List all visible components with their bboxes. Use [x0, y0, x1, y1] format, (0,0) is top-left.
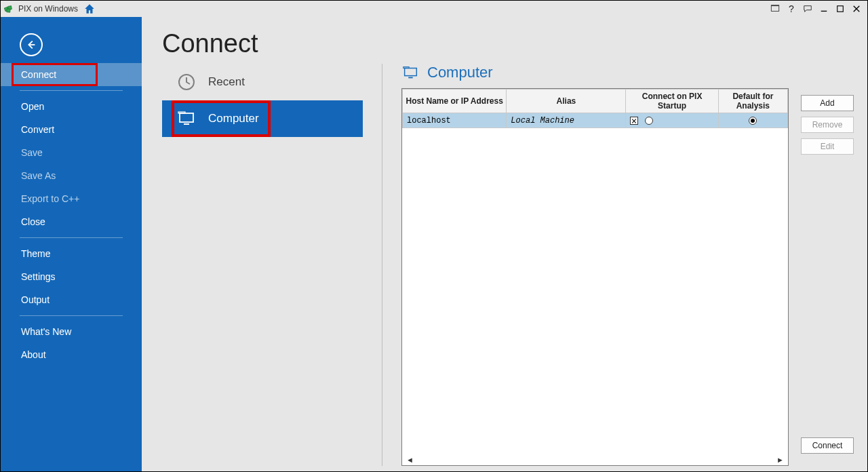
sidebar-item-output[interactable]: Output	[1, 288, 142, 311]
panel-header: Computer	[401, 64, 789, 81]
radio-icon[interactable]	[645, 117, 653, 125]
option-computer[interactable]: Computer	[162, 100, 363, 137]
sidebar-item-close[interactable]: Close	[1, 210, 142, 233]
remove-button: Remove	[801, 117, 854, 133]
svg-rect-11	[178, 112, 185, 113]
home-icon[interactable]	[83, 3, 96, 15]
sidebar-item-theme[interactable]: Theme	[1, 242, 142, 265]
cell-default	[718, 113, 787, 128]
col-alias[interactable]: Alias	[507, 90, 626, 113]
page-title: Connect	[162, 29, 854, 58]
maximize-icon[interactable]	[834, 3, 846, 15]
sidebar-item-label: Export to C++	[21, 193, 79, 204]
table-row[interactable]: localhost Local Machine	[403, 113, 788, 128]
svg-rect-2	[7, 9, 10, 12]
app-icon	[3, 3, 14, 14]
grid-empty-area	[402, 128, 788, 456]
hosts-grid: Host Name or IP Address Alias Connect on…	[401, 88, 789, 466]
sidebar-item-label: Connect	[21, 69, 56, 80]
sidebar-item-label: Save	[21, 147, 43, 158]
sidebar-item-label: Output	[21, 294, 50, 305]
help-icon[interactable]: ?	[785, 3, 797, 15]
clock-icon	[177, 73, 196, 92]
sidebar-item-convert[interactable]: Convert	[1, 118, 142, 141]
svg-rect-10	[180, 113, 193, 122]
add-button[interactable]: Add	[801, 95, 854, 111]
svg-rect-5	[837, 6, 844, 12]
close-icon[interactable]	[850, 3, 863, 15]
source-list: Recent Computer	[162, 64, 363, 466]
titlebar: PIX on Windows ?	[1, 1, 867, 17]
col-host[interactable]: Host Name or IP Address	[403, 90, 507, 113]
sidebar-item-about[interactable]: About	[1, 343, 142, 366]
sidebar-item-label: Open	[21, 101, 44, 112]
option-recent[interactable]: Recent	[162, 64, 363, 100]
present-icon[interactable]	[769, 3, 781, 15]
col-connect[interactable]: Connect on PIX Startup	[626, 90, 718, 113]
option-label: Recent	[208, 75, 245, 89]
sidebar-item-open[interactable]: Open	[1, 95, 142, 118]
horizontal-scroll[interactable]: ◄►	[402, 456, 788, 465]
minimize-icon[interactable]	[818, 3, 830, 15]
sidebar-item-export[interactable]: Export to C++	[1, 187, 142, 210]
sidebar-item-label: What's New	[21, 326, 71, 337]
checkbox-icon[interactable]	[630, 117, 638, 125]
svg-rect-3	[771, 6, 778, 12]
sidebar-item-label: Settings	[21, 271, 56, 282]
action-buttons: Add Remove Edit Connect	[801, 64, 854, 466]
sidebar-item-label: Close	[21, 216, 45, 227]
sidebar-item-label: Theme	[21, 248, 51, 259]
sidebar-item-save[interactable]: Save	[1, 141, 142, 164]
content-area: Connect Recent Computer	[142, 17, 867, 471]
svg-rect-13	[405, 68, 417, 76]
sidebar-item-save-as[interactable]: Save As	[1, 164, 142, 187]
svg-rect-14	[403, 67, 409, 68]
sidebar-item-settings[interactable]: Settings	[1, 265, 142, 288]
vertical-separator	[382, 64, 382, 466]
edit-button: Edit	[801, 138, 854, 155]
option-label: Computer	[208, 112, 259, 125]
sidebar-divider	[20, 237, 123, 238]
feedback-icon[interactable]	[802, 3, 814, 15]
sidebar-item-label: About	[21, 349, 46, 360]
sidebar-item-connect[interactable]: Connect	[1, 63, 142, 86]
sidebar-divider	[20, 315, 123, 316]
cell-connect-startup	[626, 113, 718, 128]
computer-icon	[401, 64, 419, 81]
app-title: PIX on Windows	[18, 4, 78, 14]
sidebar-item-whatsnew[interactable]: What's New	[1, 320, 142, 343]
sidebar: Connect Open Convert Save Save As Export…	[1, 17, 142, 471]
back-button[interactable]	[20, 33, 43, 56]
computer-icon	[177, 109, 196, 128]
sidebar-item-label: Save As	[21, 170, 56, 181]
sidebar-divider	[20, 90, 123, 91]
connect-button[interactable]: Connect	[801, 437, 854, 454]
scroll-left-icon[interactable]: ◄	[406, 456, 414, 464]
cell-host: localhost	[403, 113, 507, 128]
cell-alias: Local Machine	[507, 113, 626, 128]
sidebar-item-label: Convert	[21, 124, 54, 135]
radio-icon[interactable]	[749, 117, 757, 125]
app-window: PIX on Windows ? Connect	[0, 0, 868, 472]
col-default[interactable]: Default for Analysis	[718, 90, 787, 113]
scroll-right-icon[interactable]: ►	[776, 456, 784, 464]
panel-title-text: Computer	[427, 64, 493, 81]
